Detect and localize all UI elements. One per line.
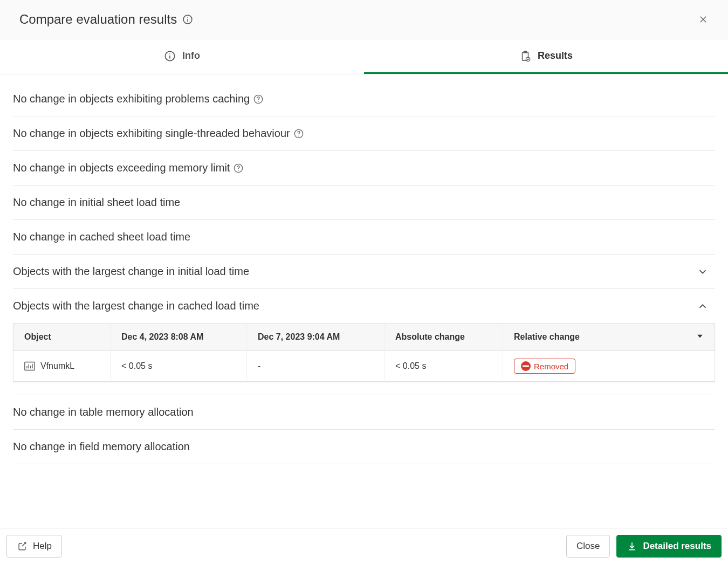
section-initial-sheet-label: No change in initial sheet load time <box>13 196 180 209</box>
tab-info-label: Info <box>182 50 200 61</box>
detailed-results-button[interactable]: Detailed results <box>616 535 722 558</box>
section-caching: No change in objects exhibiting problems… <box>13 82 715 116</box>
svg-point-2 <box>187 17 188 18</box>
help-button-label: Help <box>33 541 52 552</box>
svg-rect-18 <box>25 362 35 370</box>
svg-point-16 <box>238 170 239 171</box>
help-icon[interactable] <box>293 128 304 139</box>
tab-results[interactable]: Results <box>364 39 728 74</box>
dialog-title: Compare evaluation results <box>19 12 177 27</box>
col-relative[interactable]: Relative change <box>503 324 715 351</box>
removed-icon <box>521 361 531 371</box>
object-name: VfnumkL <box>40 361 74 371</box>
section-largest-initial-label: Objects with the largest change in initi… <box>13 265 249 278</box>
col-ts2[interactable]: Dec 7, 2023 9:04 AM <box>247 324 384 351</box>
object-cell: VfnumkL <box>24 361 99 371</box>
section-largest-cached[interactable]: Objects with the largest change in cache… <box>13 289 715 395</box>
dialog-header: Compare evaluation results <box>0 0 728 39</box>
detailed-results-label: Detailed results <box>643 541 711 552</box>
section-memory-limit: No change in objects exceeding memory li… <box>13 151 715 185</box>
section-largest-initial[interactable]: Objects with the largest change in initi… <box>13 255 715 289</box>
compare-results-dialog: Compare evaluation results I <box>0 0 728 564</box>
barchart-icon <box>24 361 35 371</box>
svg-line-23 <box>22 542 26 546</box>
dialog-footer: Help Close Detailed results <box>0 528 728 564</box>
section-field-memory: No change in field memory allocation <box>13 430 715 464</box>
cell-ts1: < 0.05 s <box>111 351 247 382</box>
section-cached-sheet: No change in cached sheet load time <box>13 220 715 255</box>
info-icon[interactable] <box>182 14 193 25</box>
svg-point-14 <box>298 135 299 136</box>
largest-cached-table: Object Dec 4, 2023 8:08 AM Dec 7, 2023 9… <box>13 323 715 395</box>
cell-abs: < 0.05 s <box>384 351 503 382</box>
info-icon <box>164 50 176 62</box>
section-single-thread-label: No change in objects exhibiting single-t… <box>13 127 290 140</box>
close-button-label: Close <box>576 541 600 552</box>
svg-point-7 <box>169 53 170 54</box>
col-ts1[interactable]: Dec 4, 2023 8:08 AM <box>111 324 247 351</box>
section-initial-sheet: No change in initial sheet load time <box>13 185 715 220</box>
section-largest-cached-label: Objects with the largest change in cache… <box>13 300 259 312</box>
tab-info[interactable]: Info <box>0 39 364 74</box>
svg-point-12 <box>258 101 259 102</box>
col-object[interactable]: Object <box>13 324 111 351</box>
status-badge-label: Removed <box>534 362 568 371</box>
section-cached-sheet-label: No change in cached sheet load time <box>13 231 190 243</box>
section-memory-limit-label: No change in objects exceeding memory li… <box>13 162 230 174</box>
tab-results-label: Results <box>538 50 573 61</box>
chevron-up-icon <box>697 300 709 312</box>
svg-marker-17 <box>697 335 702 338</box>
cell-rel: Removed <box>503 351 715 382</box>
results-content: No change in objects exhibiting problems… <box>0 74 728 528</box>
external-link-icon <box>17 541 28 552</box>
download-icon <box>627 541 637 552</box>
section-table-memory-label: No change in table memory allocation <box>13 406 194 418</box>
section-field-memory-label: No change in field memory allocation <box>13 441 190 453</box>
table-header-row: Object Dec 4, 2023 8:08 AM Dec 7, 2023 9… <box>13 324 715 351</box>
help-icon[interactable] <box>233 163 244 174</box>
chevron-down-icon <box>697 266 709 278</box>
help-button[interactable]: Help <box>6 535 62 558</box>
tabs: Info Results <box>0 39 728 74</box>
help-icon[interactable] <box>253 94 264 105</box>
table-row: VfnumkL < 0.05 s - < 0.05 s Removed <box>13 351 715 382</box>
sort-descending-icon <box>696 332 704 340</box>
cell-ts2: - <box>247 351 384 382</box>
section-table-memory: No change in table memory allocation <box>13 395 715 430</box>
close-icon[interactable] <box>693 10 713 29</box>
close-button[interactable]: Close <box>566 535 610 558</box>
section-caching-label: No change in objects exhibiting problems… <box>13 93 250 105</box>
col-absolute[interactable]: Absolute change <box>384 324 503 351</box>
clipboard-check-icon <box>519 50 531 62</box>
section-single-thread: No change in objects exhibiting single-t… <box>13 116 715 151</box>
status-badge-removed: Removed <box>514 359 575 374</box>
